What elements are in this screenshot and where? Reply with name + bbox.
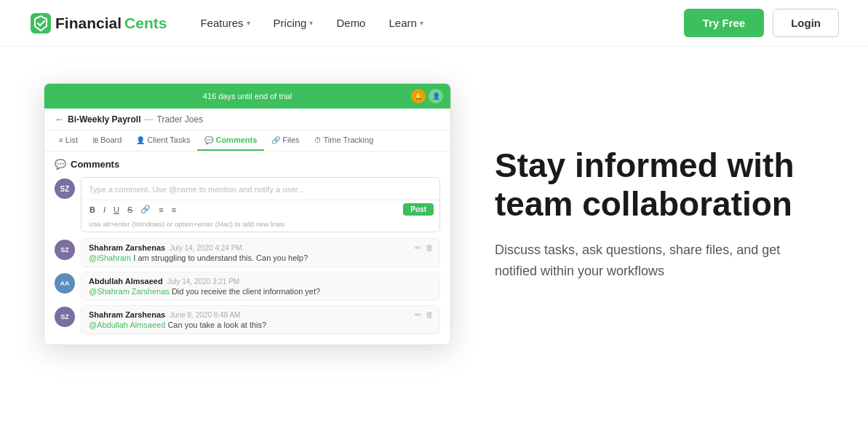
time-tracking-icon: ⏱ — [314, 136, 322, 144]
mention-1: @iShahram — [89, 253, 131, 262]
avatar-icon[interactable]: 👤 — [429, 89, 443, 103]
nav-actions: Try Free Login — [684, 9, 839, 37]
login-button[interactable]: Login — [773, 9, 839, 37]
comment-item-1: SZ Shahram Zarshenas July 14, 2020 4:24 … — [55, 238, 440, 267]
link-button[interactable]: 🔗 — [138, 204, 153, 215]
edit-icon-3[interactable]: ✏ — [415, 310, 421, 320]
unordered-list-button[interactable]: ≡ — [170, 205, 178, 215]
files-icon: 🔗 — [271, 136, 280, 144]
comment-input-row: SZ Type a comment. Use @name to mention … — [55, 177, 440, 232]
tab-list[interactable]: ≡ List — [52, 130, 85, 151]
date-3: June 8, 2020 8:48 AM — [170, 311, 240, 319]
nav-item-features[interactable]: Features ▾ — [190, 11, 260, 35]
author-2: Abdullah Almsaeed — [89, 277, 163, 286]
logo[interactable]: FinancialCents — [29, 12, 167, 35]
hero-description: Discuss tasks, ask questions, share file… — [495, 240, 824, 282]
tab-client-tasks[interactable]: 👤 Client Tasks — [129, 130, 197, 151]
breadcrumb-separator: — — [145, 114, 154, 125]
comment-text-3: @Abdullah Almsaeed Can you take a look a… — [89, 320, 432, 329]
comment-content-3: Shahram Zarshenas June 8, 2020 8:48 AM ✏… — [81, 305, 440, 334]
comments-icon: 💬 — [204, 136, 213, 144]
main-content: 416 days until end of trial 🔔 👤 ← Bi-Wee… — [0, 47, 868, 389]
date-2: July 14, 2020 3:21 PM — [167, 278, 240, 286]
delete-icon-3[interactable]: 🗑 — [426, 310, 434, 320]
underline-button[interactable]: U — [111, 205, 122, 215]
mockup-window: 416 days until end of trial 🔔 👤 ← Bi-Wee… — [44, 83, 451, 345]
board-icon: ⊞ — [92, 136, 98, 144]
avatar-1: SZ — [55, 240, 75, 260]
bold-button[interactable]: B — [87, 205, 97, 215]
date-1: July 14, 2020 4:24 PM — [170, 244, 242, 252]
breadcrumb-sub: Trader Joes — [157, 114, 204, 125]
pricing-label: Pricing — [274, 17, 307, 29]
pricing-chevron: ▾ — [309, 19, 313, 27]
avatar-2: AA — [55, 273, 75, 294]
breadcrumb-title: Bi-Weekly Payroll — [68, 114, 141, 125]
nav-links: Features ▾ Pricing ▾ Demo Learn ▾ — [190, 11, 683, 35]
list-icon: ≡ — [59, 136, 63, 144]
avatar-3: SZ — [55, 307, 75, 327]
logo-cents-text: Cents — [124, 15, 167, 32]
tab-time-tracking[interactable]: ⏱ Time Tracking — [307, 130, 381, 151]
comment-toolbar: B I U S 🔗 ≡ ≡ Post — [81, 200, 439, 219]
mockup-topbar: 416 days until end of trial 🔔 👤 — [44, 84, 450, 109]
navbar: FinancialCents Features ▾ Pricing ▾ Demo… — [0, 0, 868, 47]
mockup-body: 💬 Comments SZ Type a comment. Use @name … — [44, 151, 450, 345]
mention-2: @Shahram Zarshenas — [89, 287, 170, 296]
tab-board[interactable]: ⊞ Board — [85, 130, 129, 151]
comment-content-2: Abdullah Almsaeed July 14, 2020 3:21 PM … — [81, 272, 440, 301]
comment-text-2: @Shahram Zarshenas Did you receive the c… — [89, 287, 432, 296]
current-user-avatar: SZ — [55, 178, 75, 199]
author-3: Shahram Zarshenas — [89, 310, 165, 319]
back-arrow[interactable]: ← — [55, 114, 64, 125]
features-chevron: ▾ — [247, 19, 250, 27]
mockup-container: 416 days until end of trial 🔔 👤 ← Bi-Wee… — [44, 83, 451, 345]
comments-header-icon: 💬 — [55, 159, 66, 170]
nav-item-learn[interactable]: Learn ▾ — [378, 11, 433, 35]
logo-financial-text: Financial — [55, 15, 122, 32]
tab-files[interactable]: 🔗 Files — [264, 130, 306, 151]
comment-text-1: @iShahram I am struggling to understand … — [89, 253, 432, 262]
hero-text: Stay informed with team collaboration Di… — [495, 146, 824, 281]
comments-header-text: Comments — [71, 159, 119, 170]
learn-label: Learn — [389, 17, 416, 29]
tab-comments[interactable]: 💬 Comments — [197, 130, 264, 151]
topbar-text: 416 days until end of trial — [203, 92, 292, 101]
comment-placeholder-text: Type a comment. Use @name to mention and… — [89, 185, 304, 194]
bell-icon[interactable]: 🔔 — [411, 89, 426, 103]
features-label: Features — [200, 17, 243, 29]
nav-item-demo[interactable]: Demo — [326, 11, 375, 35]
comment-item-2: AA Abdullah Almsaeed July 14, 2020 3:21 … — [55, 272, 440, 301]
logo-icon — [29, 12, 52, 35]
try-free-button[interactable]: Try Free — [684, 9, 764, 37]
topbar-icons: 🔔 👤 — [411, 89, 443, 103]
italic-button[interactable]: I — [101, 205, 108, 215]
comment-item-3: SZ Shahram Zarshenas June 8, 2020 8:48 A… — [55, 305, 440, 334]
mockup-tabs: ≡ List ⊞ Board 👤 Client Tasks 💬 Comments… — [44, 130, 450, 151]
comment-input-box: Type a comment. Use @name to mention and… — [81, 177, 440, 232]
mention-3: @Abdullah Almsaeed — [89, 320, 165, 329]
author-1: Shahram Zarshenas — [89, 243, 165, 252]
strikethrough-button[interactable]: S — [125, 205, 135, 215]
client-tasks-icon: 👤 — [136, 136, 145, 144]
demo-label: Demo — [336, 17, 365, 29]
nav-item-pricing[interactable]: Pricing ▾ — [263, 11, 324, 35]
mockup-breadcrumb: ← Bi-Weekly Payroll — Trader Joes — [44, 109, 450, 130]
ordered-list-button[interactable]: ≡ — [156, 205, 165, 215]
comment-content-1: Shahram Zarshenas July 14, 2020 4:24 PM … — [81, 238, 440, 267]
hero-title: Stay informed with team collaboration — [495, 146, 824, 224]
post-button[interactable]: Post — [403, 203, 434, 216]
edit-icon-1[interactable]: ✏ — [415, 243, 421, 253]
comment-hint: Use alt+enter (Windows) or option+enter … — [81, 219, 439, 232]
comments-header: 💬 Comments — [55, 159, 440, 170]
learn-chevron: ▾ — [420, 19, 423, 27]
delete-icon-1[interactable]: 🗑 — [426, 243, 434, 253]
